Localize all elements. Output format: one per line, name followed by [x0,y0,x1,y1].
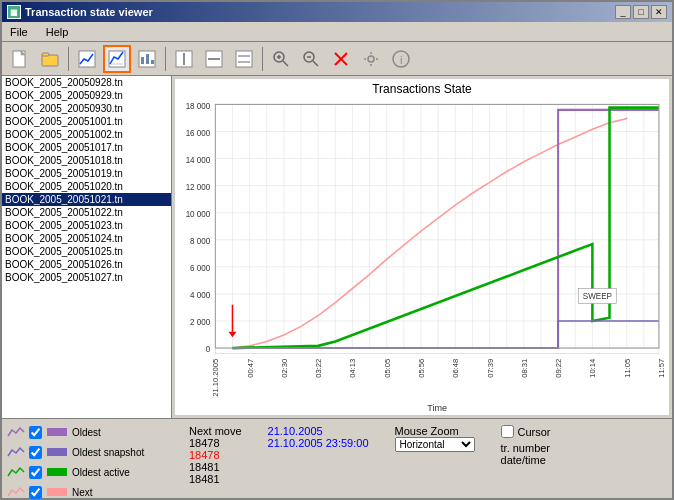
toolbar-bar1-button[interactable] [170,45,198,73]
file-item-0[interactable]: BOOK_2005_20050928.tn [2,76,171,89]
toolbar-open-button[interactable] [36,45,64,73]
file-item-15[interactable]: BOOK_2005_20051027.tn [2,271,171,284]
toolbar-settings-button[interactable] [357,45,385,73]
date-time-label: date/time [501,454,551,466]
cursor-row: Cursor [501,425,551,438]
file-item-11[interactable]: BOOK_2005_20051023.tn [2,219,171,232]
maximize-button[interactable]: □ [633,5,649,19]
svg-rect-8 [141,57,144,64]
next-move-value3: 18481 [189,461,242,473]
close-button[interactable]: ✕ [651,5,667,19]
svg-text:11:05: 11:05 [623,359,632,378]
toolbar-bar3-button[interactable] [230,45,258,73]
minimize-button[interactable]: _ [615,5,631,19]
legend-next-label: Next [72,487,93,498]
svg-text:03:22: 03:22 [314,359,323,378]
svg-text:07:39: 07:39 [486,359,495,378]
svg-point-27 [368,56,374,62]
legend-oldest-icon [6,425,26,439]
toolbar-chart1-button[interactable] [73,45,101,73]
file-item-6[interactable]: BOOK_2005_20051018.tn [2,154,171,167]
chart-title: Transactions State [175,79,669,99]
file-item-13[interactable]: BOOK_2005_20051025.tn [2,245,171,258]
svg-rect-9 [146,54,149,64]
file-item-10[interactable]: BOOK_2005_20051022.tn [2,206,171,219]
svg-text:06:48: 06:48 [452,359,461,378]
main-content: BOOK_2005_20050928.tnBOOK_2005_20050929.… [2,76,672,418]
toolbar-chart2-button[interactable] [103,45,131,73]
mouse-zoom-panel: Mouse Zoom Horizontal Vertical Both [387,423,483,454]
legend-active-label: Oldest active [72,467,130,478]
svg-text:05:56: 05:56 [417,359,426,378]
file-item-14[interactable]: BOOK_2005_20051026.tn [2,258,171,271]
svg-text:14 000: 14 000 [186,155,211,165]
window-icon: ▦ [7,5,21,19]
legend-snapshot-checkbox[interactable] [29,446,42,459]
file-list[interactable]: BOOK_2005_20050928.tnBOOK_2005_20050929.… [2,76,172,418]
file-item-7[interactable]: BOOK_2005_20051019.tn [2,167,171,180]
svg-text:16 000: 16 000 [186,128,211,138]
chart-area: Transactions State [174,78,670,416]
toolbar-sep3 [262,47,263,71]
legend-next-icon [6,485,26,499]
window-title: Transaction state viewer [25,6,153,18]
mouse-zoom-select[interactable]: Horizontal Vertical Both [395,437,475,452]
cursor-panel: Cursor tr. number date/time [493,423,559,468]
svg-text:11:57: 11:57 [657,359,666,378]
file-item-9[interactable]: BOOK_2005_20051021.tn [2,193,171,206]
file-item-1[interactable]: BOOK_2005_20050929.tn [2,89,171,102]
svg-text:08:31: 08:31 [520,359,529,378]
svg-rect-2 [42,55,58,66]
menu-help[interactable]: Help [42,25,73,39]
legend-next-color [47,488,67,496]
svg-text:10:14: 10:14 [589,359,598,378]
cursor-checkbox[interactable] [501,425,514,438]
tr-number-label: tr. number [501,442,551,454]
legend-panel: Oldest Oldest snapshot Oldest active [6,423,171,500]
svg-text:2 000: 2 000 [190,317,210,327]
next-move-value4: 18481 [189,473,242,485]
file-item-4[interactable]: BOOK_2005_20051002.tn [2,128,171,141]
toolbar-delete-button[interactable] [327,45,355,73]
toolbar-zoom-out-button[interactable] [297,45,325,73]
bottom-panel: Oldest Oldest snapshot Oldest active [2,418,672,498]
svg-rect-3 [42,53,49,56]
file-item-5[interactable]: BOOK_2005_20051017.tn [2,141,171,154]
svg-text:0: 0 [206,344,211,354]
svg-text:09:22: 09:22 [554,359,563,378]
file-item-3[interactable]: BOOK_2005_20051001.tn [2,115,171,128]
toolbar-zoom-in-button[interactable] [267,45,295,73]
legend-oldest-checkbox[interactable] [29,426,42,439]
legend-snapshot-color [47,448,67,456]
menu-bar: File Help [2,22,672,42]
menu-file[interactable]: File [6,25,32,39]
title-bar: ▦ Transaction state viewer _ □ ✕ [2,2,672,22]
cursor-label: Cursor [518,426,551,438]
svg-text:10 000: 10 000 [186,209,211,219]
svg-text:04:13: 04:13 [349,359,358,378]
toolbar-chart3-button[interactable] [133,45,161,73]
svg-text:4 000: 4 000 [190,290,210,300]
title-bar-left: ▦ Transaction state viewer [7,5,153,19]
file-item-12[interactable]: BOOK_2005_20051024.tn [2,232,171,245]
legend-next: Next [6,483,171,500]
legend-active-icon [6,465,26,479]
toolbar-info-button[interactable]: i [387,45,415,73]
toolbar-sep1 [68,47,69,71]
svg-line-23 [313,61,318,66]
file-item-8[interactable]: BOOK_2005_20051020.tn [2,180,171,193]
svg-text:21.10.2005: 21.10.2005 [212,359,221,397]
legend-active-color [47,468,67,476]
file-item-2[interactable]: BOOK_2005_20050930.tn [2,102,171,115]
legend-active-checkbox[interactable] [29,466,42,479]
svg-text:02:30: 02:30 [280,359,289,378]
toolbar-bar2-button[interactable] [200,45,228,73]
legend-oldest-color [47,428,67,436]
legend-oldest-active: Oldest active [6,463,171,481]
main-window: ▦ Transaction state viewer _ □ ✕ File He… [0,0,674,500]
svg-text:00:47: 00:47 [246,359,255,378]
toolbar-new-button[interactable] [6,45,34,73]
toolbar-sep2 [165,47,166,71]
legend-next-checkbox[interactable] [29,486,42,499]
svg-text:05:05: 05:05 [383,359,392,378]
